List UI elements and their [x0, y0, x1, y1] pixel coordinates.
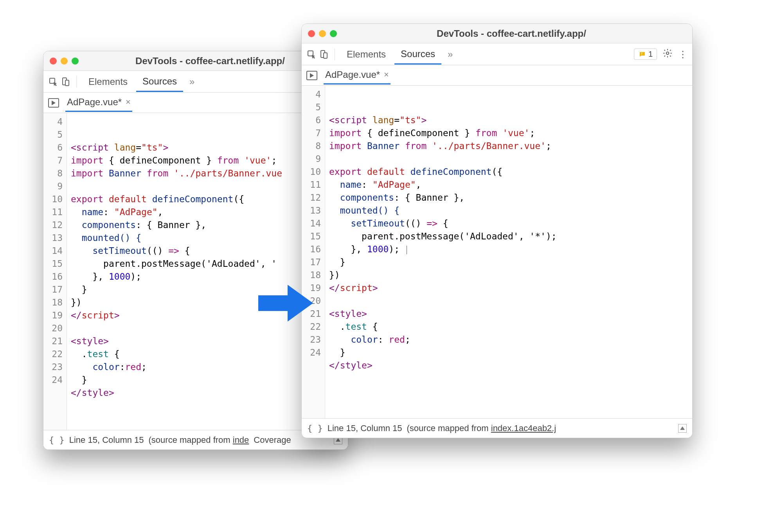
window-minimize-button[interactable] — [61, 58, 68, 65]
close-file-icon[interactable]: × — [384, 70, 389, 80]
format-icon[interactable]: { } — [49, 435, 65, 445]
window-zoom-button[interactable] — [330, 30, 337, 37]
titlebar[interactable]: DevTools - coffee-cart.netlify.app/ — [302, 24, 692, 43]
tab-elements[interactable]: Elements — [82, 72, 134, 91]
code-editor[interactable]: 4 5 6 7 8 9 10 11 12 13 14 15 16 17 18 1… — [302, 86, 692, 418]
source-map-info: (source mapped from index.1ac4eab2.j — [407, 423, 556, 433]
svg-text:!: ! — [641, 51, 643, 55]
file-tab[interactable]: AdPage.vue* × — [65, 93, 132, 112]
run-snippet-icon[interactable] — [306, 71, 317, 80]
transition-arrow-icon — [256, 282, 315, 325]
file-tab-label: AdPage.vue* — [325, 69, 380, 80]
file-tab-label: AdPage.vue* — [67, 97, 122, 108]
inspect-element-icon[interactable] — [48, 77, 58, 87]
tab-elements[interactable]: Elements — [340, 45, 392, 64]
code-content[interactable]: <script lang="ts"> import { defineCompon… — [325, 86, 692, 418]
tab-sources[interactable]: Sources — [136, 72, 183, 92]
more-options-icon[interactable]: ⋮ — [678, 49, 688, 60]
settings-icon[interactable] — [662, 48, 673, 61]
issues-badge[interactable]: ! 1 — [634, 49, 657, 60]
device-toggle-icon[interactable] — [61, 77, 71, 87]
more-tabs-chevron[interactable]: » — [444, 49, 457, 60]
device-toggle-icon[interactable] — [319, 49, 329, 59]
close-file-icon[interactable]: × — [126, 97, 131, 107]
status-bar: { } Line 15, Column 15 (source mapped fr… — [302, 418, 692, 438]
window-close-button[interactable] — [308, 30, 315, 37]
source-map-info: (source mapped from inde — [149, 435, 249, 445]
main-toolbar: Elements Sources » ! 1 ⋮ — [302, 43, 692, 65]
more-tabs-chevron[interactable]: » — [185, 76, 198, 87]
svg-point-7 — [666, 52, 669, 54]
format-icon[interactable]: { } — [307, 423, 323, 433]
issues-count: 1 — [648, 50, 653, 59]
text-cursor — [407, 246, 407, 254]
line-gutter: 4 5 6 7 8 9 10 11 12 13 14 15 16 17 18 1… — [43, 113, 67, 430]
drawer-toggle-icon[interactable] — [678, 424, 687, 433]
cursor-position: Line 15, Column 15 — [328, 423, 402, 433]
devtools-window-right: DevTools - coffee-cart.netlify.app/ Elem… — [301, 23, 693, 438]
window-title: DevTools - coffee-cart.netlify.app/ — [337, 28, 686, 39]
coverage-label[interactable]: Coverage — [254, 435, 291, 445]
window-zoom-button[interactable] — [72, 58, 79, 65]
line-gutter: 4 5 6 7 8 9 10 11 12 13 14 15 16 17 18 1… — [302, 86, 325, 418]
tab-sources[interactable]: Sources — [394, 45, 441, 65]
window-minimize-button[interactable] — [319, 30, 326, 37]
svg-rect-2 — [65, 80, 69, 86]
inspect-element-icon[interactable] — [306, 49, 317, 59]
run-snippet-icon[interactable] — [48, 98, 59, 108]
file-tab-bar: AdPage.vue* × — [302, 65, 692, 86]
svg-rect-5 — [324, 53, 327, 58]
window-close-button[interactable] — [50, 58, 57, 65]
file-tab[interactable]: AdPage.vue* × — [324, 66, 391, 84]
cursor-position: Line 15, Column 15 — [69, 435, 144, 445]
